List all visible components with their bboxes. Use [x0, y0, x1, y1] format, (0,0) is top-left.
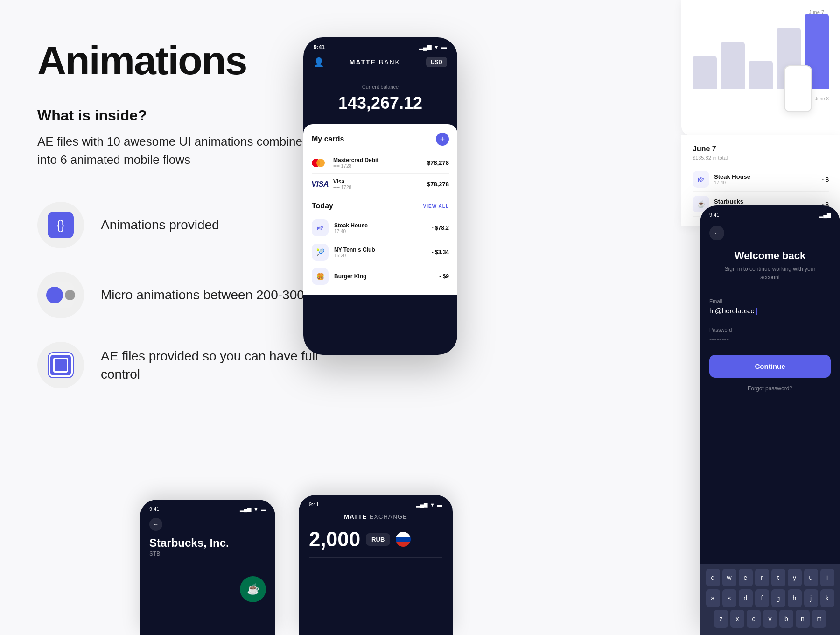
- today-section: Today VIEW ALL 🍽 Steak House 17:40 - $78…: [303, 195, 457, 295]
- sb-company-name: Starbucks, Inc.: [140, 536, 275, 550]
- keyboard-row-1: q w e r t y u i: [704, 569, 836, 586]
- key-x[interactable]: x: [730, 610, 744, 628]
- bank-status-bar: 9:41 ▂▄▆ ▼ ▬: [303, 37, 457, 54]
- visa-logo: VISA: [312, 179, 329, 190]
- key-y[interactable]: y: [788, 569, 802, 586]
- russia-flag: [396, 532, 411, 547]
- key-w[interactable]: w: [722, 569, 736, 586]
- today-title: Today: [312, 202, 333, 210]
- key-z[interactable]: z: [714, 610, 728, 628]
- status-icons: ▂▄▆ ▼ ▬: [419, 44, 447, 50]
- exchange-amount-row: 2,000 RUB: [299, 528, 453, 551]
- code-icon: {}: [48, 212, 74, 238]
- signal-icon: ▂▄▆: [419, 44, 432, 50]
- what-inside-title: What is inside?: [37, 107, 327, 124]
- keyboard-row-3: z x c v b n m: [704, 610, 836, 628]
- key-u[interactable]: u: [804, 569, 818, 586]
- flag-blue: [396, 537, 411, 542]
- chart-panel: June 7 June 8: [681, 0, 840, 135]
- sb-back-button[interactable]: ←: [149, 518, 162, 531]
- key-d[interactable]: d: [739, 589, 753, 607]
- key-r[interactable]: r: [755, 569, 769, 586]
- key-t[interactable]: t: [771, 569, 785, 586]
- key-i[interactable]: i: [820, 569, 834, 586]
- key-s[interactable]: s: [722, 589, 736, 607]
- key-c[interactable]: c: [747, 610, 761, 628]
- battery-icon: ▬: [441, 44, 447, 50]
- tennis-info: NY Tennis Club 15:20: [334, 247, 426, 258]
- phone-starbucks: 9:41 ▂▄▆ ▼ ▬ ← Starbucks, Inc. STB ☕: [140, 500, 275, 635]
- feature-text-2: Micro animations between 200-300ms: [101, 286, 322, 304]
- view-all-link[interactable]: VIEW ALL: [423, 204, 449, 209]
- keyboard-row-2: a s d f g h j k: [704, 589, 836, 607]
- password-field[interactable]: Password ••••••••: [700, 327, 840, 347]
- usd-badge: USD: [426, 57, 447, 67]
- key-q[interactable]: q: [706, 569, 720, 586]
- key-n[interactable]: n: [796, 610, 810, 628]
- key-m[interactable]: m: [812, 610, 826, 628]
- forgot-password-link[interactable]: Forgot password?: [700, 385, 840, 392]
- ex-signal-icon: ▂▄▆: [416, 501, 427, 508]
- add-card-button[interactable]: +: [436, 133, 449, 146]
- login-back-button[interactable]: ←: [709, 226, 724, 240]
- starbucks-logo: ☕: [240, 576, 266, 602]
- balance-section: Current balance 143,267.12: [303, 75, 457, 124]
- cards-section: My cards + Mastercrad Debit •••• 1728 $7…: [303, 124, 457, 195]
- sb-signal-icon: ▂▄▆: [240, 506, 251, 512]
- key-k[interactable]: k: [820, 589, 834, 607]
- mastercard-name: Mastercrad Debit: [333, 157, 422, 163]
- key-g[interactable]: g: [771, 589, 785, 607]
- steak-info: Steak House 17:40: [334, 222, 426, 234]
- tennis-name: NY Tennis Club: [334, 247, 426, 253]
- mastercard-logo: [312, 157, 329, 169]
- key-e[interactable]: e: [739, 569, 753, 586]
- login-signal-icon: ▂▄▆: [819, 212, 831, 218]
- exchange-amount: 2,000: [309, 528, 360, 551]
- steak-amount: - $78.2: [432, 225, 449, 231]
- wifi-icon: ▼: [434, 44, 439, 50]
- mastercard-info: Mastercrad Debit •••• 1728: [333, 157, 422, 169]
- what-inside-desc: AE files with 10 awesome UI animations c…: [37, 133, 327, 169]
- key-f[interactable]: f: [755, 589, 769, 607]
- toggle-dot-small: [65, 290, 75, 300]
- feature-animations: {} Animations provided: [37, 202, 327, 248]
- visa-info: Visa •••• 1728: [333, 178, 422, 190]
- bank-header: 👤 MATTE BANK USD: [303, 54, 457, 75]
- feature-ae: AE files provided so you can have full c…: [37, 342, 327, 388]
- bank-title-text: MATTE: [350, 58, 376, 66]
- ex-status-bar: 9:41 ▂▄▆ ▼ ▬: [299, 495, 453, 510]
- card-row-mastercard: Mastercrad Debit •••• 1728 $78,278: [312, 152, 449, 174]
- visa-text: VISA: [311, 180, 329, 189]
- sb-battery-icon: ▬: [261, 507, 266, 512]
- feature-text-3: AE files provided so you can have full c…: [101, 347, 327, 383]
- ex-status-icons: ▂▄▆ ▼ ▬: [416, 501, 442, 508]
- feature-icon-wrap-2: [37, 272, 84, 318]
- email-label: Email: [709, 298, 831, 304]
- toggle-dot-large: [46, 287, 63, 303]
- key-j[interactable]: j: [804, 589, 818, 607]
- trans-tennis: 🎾 NY Tennis Club 15:20 - $3.34: [312, 240, 449, 264]
- ex-time: 9:41: [309, 501, 319, 508]
- rt-starbucks-name: Starbucks: [714, 198, 817, 205]
- phone-bank: 9:41 ▂▄▆ ▼ ▬ 👤 MATTE BANK USD Current ba…: [303, 37, 457, 355]
- flag-white: [396, 532, 411, 537]
- rt-steak-amount: - $: [822, 176, 829, 183]
- key-a[interactable]: a: [706, 589, 720, 607]
- user-icon: 👤: [314, 57, 324, 67]
- tennis-icon: 🎾: [312, 244, 329, 261]
- key-b[interactable]: b: [779, 610, 793, 628]
- sb-ticker: STB: [140, 550, 275, 557]
- phone-login: 9:41 ▂▄▆ ← Welcome back Sign in to conti…: [700, 205, 840, 635]
- rt-steak-time: 17:40: [714, 180, 817, 185]
- continue-button[interactable]: Continue: [709, 355, 831, 378]
- key-v[interactable]: v: [763, 610, 777, 628]
- steak-time: 17:40: [334, 229, 426, 234]
- rt-date: June 7: [693, 145, 829, 153]
- key-h[interactable]: h: [788, 589, 802, 607]
- keyboard: q w e r t y u i a s d f g h j k z x c v …: [700, 564, 840, 635]
- email-field[interactable]: Email hi@herolabs.c: [700, 298, 840, 319]
- mastercard-amount: $78,278: [427, 159, 449, 166]
- flag-red: [396, 542, 411, 547]
- login-status-bar: 9:41 ▂▄▆: [700, 205, 840, 222]
- left-panel: Animations What is inside? AE files with…: [37, 37, 327, 412]
